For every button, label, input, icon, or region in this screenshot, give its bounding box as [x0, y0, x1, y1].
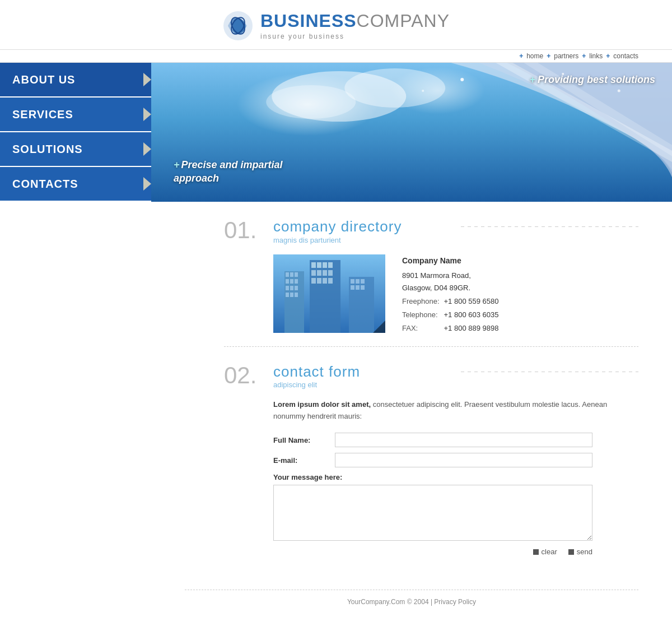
sidebar: ABOUT US SERVICES SOLUTIONS CONTACTS — [0, 63, 151, 202]
svg-point-4 — [344, 68, 445, 108]
svg-rect-27 — [323, 262, 327, 268]
svg-rect-14 — [295, 272, 298, 277]
email-label: E-mail: — [273, 456, 335, 465]
svg-rect-33 — [311, 278, 316, 284]
svg-rect-43 — [361, 285, 365, 290]
logo-bold: BUSINESS — [260, 11, 357, 31]
svg-rect-28 — [328, 262, 333, 268]
svg-rect-15 — [286, 279, 289, 284]
section-directory-title: company directory — [273, 219, 451, 235]
nav-sep-3: + — [582, 52, 586, 60]
section-contact-subtitle: adipiscing elit — [273, 381, 451, 389]
svg-rect-36 — [328, 278, 333, 284]
fax-row: FAX: +1 800 889 9898 — [402, 322, 503, 335]
content-area: 01. company directory magnis dis parturi… — [151, 202, 672, 590]
sidebar-arrow-about-us — [143, 73, 151, 86]
full-name-input[interactable] — [335, 433, 592, 447]
section-directory-subtitle: magnis dis parturient — [273, 236, 451, 244]
form-intro-bold: Lorem ipsum dolor sit amet, — [273, 400, 371, 409]
svg-rect-13 — [290, 272, 293, 277]
sidebar-item-solutions[interactable]: SOLUTIONS — [0, 132, 151, 167]
freephone-value: +1 800 559 6580 — [444, 295, 503, 308]
message-group: Your message here: — [273, 473, 638, 541]
section-contact: 02. contact form adipiscing elit Lorem i… — [224, 347, 638, 567]
svg-rect-39 — [356, 279, 360, 284]
telephone-label: Telephone: — [402, 308, 444, 322]
telephone-row: Telephone: +1 800 603 6035 — [402, 308, 503, 322]
section-contact-title-group: contact form adipiscing elit — [273, 364, 451, 389]
svg-rect-38 — [351, 279, 354, 284]
section-contact-header: 02. contact form adipiscing elit — [224, 364, 638, 389]
clear-icon — [533, 549, 539, 555]
freephone-label: Freephone: — [402, 295, 444, 308]
footer-text: YourCompany.Com © 2004 | Privacy Policy — [347, 598, 476, 606]
full-name-label: Full Name: — [273, 436, 335, 444]
sidebar-item-about-us[interactable]: ABOUT US — [0, 63, 151, 98]
section-directory-title-group: company directory magnis dis parturient — [273, 219, 451, 244]
sidebar-arrow-solutions — [143, 142, 151, 156]
directory-image — [273, 254, 385, 333]
svg-point-9 — [422, 90, 424, 92]
svg-rect-23 — [295, 293, 298, 297]
sidebar-item-label-about-us: ABOUT US — [0, 73, 151, 86]
telephone-value: +1 800 603 6035 — [444, 308, 503, 322]
svg-rect-30 — [317, 270, 321, 276]
svg-rect-40 — [361, 279, 365, 284]
below-content: 01. company directory magnis dis parturi… — [151, 202, 672, 614]
hero-text-bottom: +Precise and impartial approach — [174, 159, 283, 185]
nav-item-links[interactable]: links — [589, 52, 603, 60]
sidebar-item-label-solutions: SOLUTIONS — [0, 143, 151, 156]
contact-form: Full Name: E-mail: Your message here: — [273, 433, 638, 556]
svg-point-5 — [266, 85, 356, 119]
sidebar-item-contacts[interactable]: CONTACTS — [0, 167, 151, 202]
svg-rect-18 — [286, 286, 289, 290]
send-icon — [568, 549, 574, 555]
svg-rect-16 — [290, 279, 293, 284]
svg-point-8 — [617, 90, 620, 92]
send-label: send — [577, 548, 592, 556]
logo-area: BUSINESSCOMPANY insure your business — [222, 10, 450, 41]
form-buttons: clear send — [273, 548, 592, 556]
form-intro: Lorem ipsum dolor sit amet, consectetuer… — [273, 399, 638, 423]
message-textarea[interactable] — [273, 485, 592, 541]
svg-rect-21 — [286, 293, 289, 297]
nav-item-partners[interactable]: partners — [554, 52, 578, 60]
svg-rect-32 — [328, 270, 333, 276]
nav-sep-1: + — [519, 52, 523, 60]
nav-item-home[interactable]: home — [526, 52, 543, 60]
section-directory-num: 01. — [224, 219, 263, 242]
logo-text: BUSINESSCOMPANY insure your business — [260, 11, 450, 40]
svg-rect-17 — [295, 279, 298, 284]
svg-rect-35 — [323, 278, 327, 284]
nav-sep-2: + — [547, 52, 550, 60]
email-input[interactable] — [335, 453, 592, 467]
logo-icon — [222, 10, 254, 41]
svg-rect-26 — [317, 262, 321, 268]
section-directory-line — [461, 226, 638, 227]
directory-info: Company Name 8901 Marmora Road, Glasgow,… — [402, 254, 503, 335]
svg-rect-29 — [311, 270, 316, 276]
svg-point-6 — [460, 78, 464, 81]
sidebar-item-services[interactable]: SERVICES — [0, 98, 151, 132]
footer: YourCompany.Com © 2004 | Privacy Policy — [185, 590, 638, 614]
send-button[interactable]: send — [568, 548, 592, 556]
svg-rect-19 — [290, 286, 293, 290]
hero-banner: +Providing best solutions +Precise and i… — [151, 63, 672, 202]
section-directory: 01. company directory magnis dis parturi… — [224, 202, 638, 347]
fax-label: FAX: — [402, 322, 444, 335]
svg-rect-41 — [351, 285, 354, 290]
address-line1: 8901 Marmora Road, — [402, 270, 503, 282]
directory-inner: Company Name 8901 Marmora Road, Glasgow,… — [273, 254, 638, 335]
clear-button[interactable]: clear — [533, 548, 557, 556]
fax-value: +1 800 889 9898 — [444, 322, 503, 335]
sidebar-item-label-contacts: CONTACTS — [0, 178, 151, 191]
section-contact-line — [461, 372, 638, 372]
section-contact-title: contact form — [273, 364, 451, 380]
svg-rect-12 — [286, 272, 289, 277]
address-line2: Glasgow, D04 89GR. — [402, 282, 503, 294]
section-contact-num: 02. — [224, 364, 263, 387]
section-directory-header: 01. company directory magnis dis parturi… — [224, 219, 638, 244]
sidebar-arrow-contacts — [143, 177, 151, 191]
below-sidebar — [0, 202, 151, 614]
nav-item-contacts[interactable]: contacts — [613, 52, 638, 60]
